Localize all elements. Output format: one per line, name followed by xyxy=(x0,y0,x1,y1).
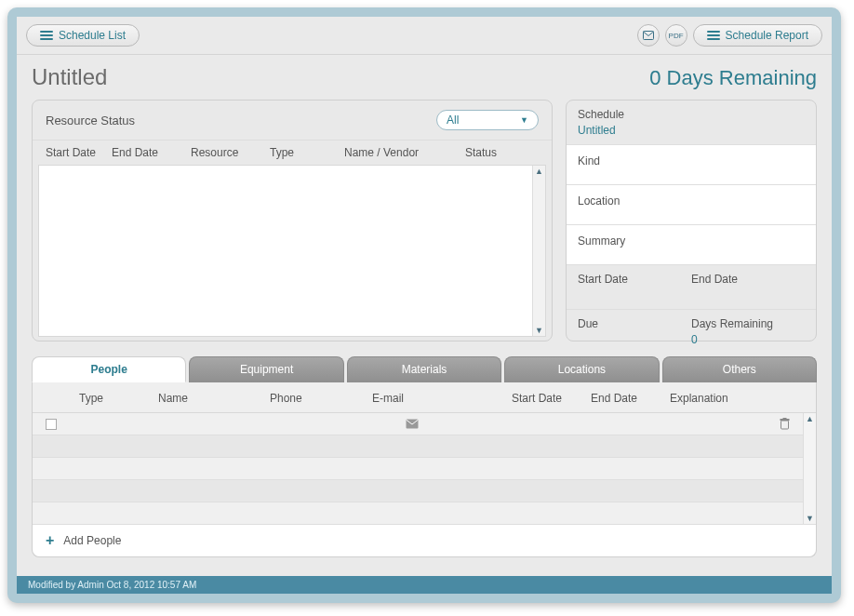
resource-filter-dropdown[interactable]: All ▼ xyxy=(436,110,539,130)
table-row[interactable] xyxy=(33,480,816,502)
report-icon xyxy=(707,31,720,40)
col-email[interactable]: E-mail xyxy=(372,392,512,405)
tab-locations[interactable]: Locations xyxy=(504,356,659,382)
scroll-down-icon[interactable]: ▼ xyxy=(806,514,814,523)
col-status[interactable]: Status xyxy=(465,146,521,159)
trash-icon[interactable] xyxy=(780,418,790,430)
filter-selected: All xyxy=(447,114,459,127)
summary-label: Summary xyxy=(578,234,805,248)
people-grid: ▲ ▼ xyxy=(33,413,816,525)
mail-button[interactable] xyxy=(637,24,660,47)
days-remaining-label: Days Remaining xyxy=(691,317,805,330)
scroll-up-icon[interactable]: ▲ xyxy=(535,167,543,176)
kind-label: Kind xyxy=(578,154,805,167)
footer-modified: Modified by Admin Oct 8, 2012 10:57 AM xyxy=(17,576,832,594)
people-columns: Type Name Phone E-mail Start Date End Da… xyxy=(33,382,816,413)
end-date-label: End Date xyxy=(691,273,805,286)
tab-others[interactable]: Others xyxy=(662,356,817,382)
page-title: Untitled xyxy=(32,64,107,90)
col-end-date[interactable]: End Date xyxy=(591,392,670,405)
due-label: Due xyxy=(578,317,691,330)
tab-body: Type Name Phone E-mail Start Date End Da… xyxy=(32,382,817,557)
tab-materials[interactable]: Materials xyxy=(347,356,501,382)
col-start-date[interactable]: Start Date xyxy=(512,392,591,405)
pdf-label: PDF xyxy=(669,32,684,40)
col-phone[interactable]: Phone xyxy=(270,392,372,405)
resource-scrollbar[interactable]: ▲ ▼ xyxy=(532,166,545,336)
schedule-list-label: Schedule List xyxy=(59,29,126,42)
mail-icon[interactable] xyxy=(406,419,419,429)
svg-rect-2 xyxy=(781,421,789,429)
table-row[interactable] xyxy=(33,435,816,458)
col-type[interactable]: Type xyxy=(70,392,158,405)
tab-people[interactable]: People xyxy=(32,356,186,382)
schedule-report-label: Schedule Report xyxy=(726,29,808,42)
resource-status-title: Resource Status xyxy=(46,114,135,127)
tab-equipment[interactable]: Equipment xyxy=(189,356,343,382)
days-remaining-value: 0 xyxy=(691,333,805,346)
row-checkbox[interactable] xyxy=(46,419,57,430)
chevron-down-icon: ▼ xyxy=(520,115,528,125)
table-row[interactable] xyxy=(33,502,816,525)
tabs: People Equipment Materials Locations Oth… xyxy=(32,356,817,382)
svg-rect-4 xyxy=(783,418,787,420)
location-label: Location xyxy=(578,194,805,208)
schedule-list-button[interactable]: Schedule List xyxy=(26,24,140,47)
schedule-value: Untitled xyxy=(578,124,805,137)
plus-icon: + xyxy=(46,535,54,546)
pdf-button[interactable]: PDF xyxy=(665,24,687,47)
due-value xyxy=(578,333,691,346)
schedule-report-button[interactable]: Schedule Report xyxy=(693,24,822,47)
list-icon xyxy=(40,31,53,40)
add-people-label: Add People xyxy=(63,534,121,547)
col-resource[interactable]: Resource xyxy=(191,146,270,159)
schedule-label: Schedule xyxy=(578,108,805,121)
col-name[interactable]: Name xyxy=(158,392,270,405)
resource-columns: Start Date End Date Resource Type Name /… xyxy=(33,140,552,165)
col-start-date[interactable]: Start Date xyxy=(33,146,112,159)
scroll-up-icon[interactable]: ▲ xyxy=(806,414,814,423)
table-row[interactable] xyxy=(33,413,816,435)
start-date-label: Start Date xyxy=(578,273,691,286)
days-remaining-header: 0 Days Remaining xyxy=(649,66,817,90)
toolbar: Schedule List PDF Schedule Report xyxy=(17,17,832,55)
schedule-info-panel: Schedule Untitled Kind Location Summary … xyxy=(566,100,817,341)
mail-icon xyxy=(643,31,654,40)
end-date-value xyxy=(691,288,805,301)
col-end-date[interactable]: End Date xyxy=(112,146,191,159)
scroll-down-icon[interactable]: ▼ xyxy=(535,326,543,335)
add-people-button[interactable]: + Add People xyxy=(33,525,816,556)
col-type[interactable]: Type xyxy=(270,146,344,159)
col-name-vendor[interactable]: Name / Vendor xyxy=(344,146,465,159)
people-scrollbar[interactable]: ▲ ▼ xyxy=(803,413,816,524)
resource-grid: ▲ ▼ xyxy=(38,165,546,337)
col-explanation[interactable]: Explanation xyxy=(670,392,816,405)
table-row[interactable] xyxy=(33,458,816,480)
resource-status-panel: Resource Status All ▼ Start Date End Dat… xyxy=(32,100,553,341)
start-date-value xyxy=(578,288,691,301)
